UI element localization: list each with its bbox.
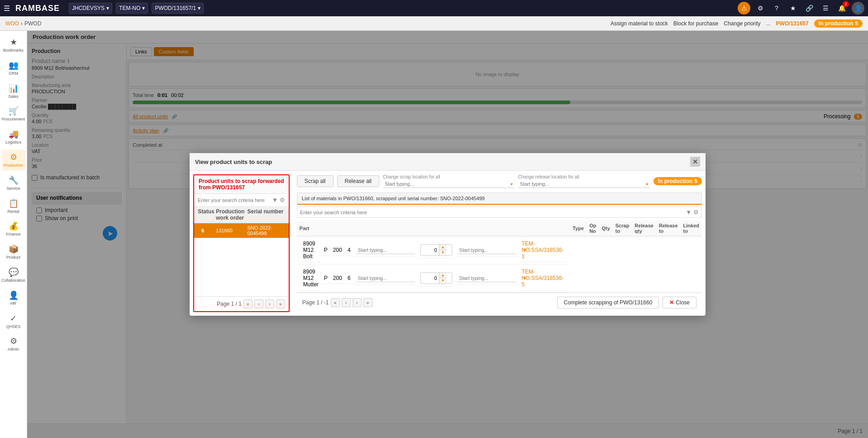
filter-icon-right[interactable]: ▼ <box>686 209 692 216</box>
td-type-1: P <box>321 273 330 284</box>
release-qty-field-1[interactable]: ▲ ▼ <box>420 272 452 284</box>
in-production-badge: In production 5 <box>653 177 702 185</box>
sidebar-item-crm[interactable]: 👥 CRM <box>2 58 25 79</box>
filter-icon-left[interactable]: ▼ <box>272 197 278 203</box>
left-page-next[interactable]: › <box>265 299 274 308</box>
modal-left-search-input[interactable] <box>198 197 270 203</box>
td-release-to-0[interactable]: ▾ <box>455 244 519 257</box>
status-pill: In production 5 <box>814 19 863 28</box>
td-scrap-to-0[interactable]: ▾ <box>353 244 418 257</box>
right-page-last[interactable]: » <box>363 298 372 307</box>
tem-dropdown[interactable]: TEM-NO ▾ <box>116 3 148 14</box>
left-page-last[interactable]: » <box>276 299 285 308</box>
td-pwo-0: 131660 <box>216 228 247 233</box>
td-qty-1: 6 <box>345 273 353 284</box>
scrap-to-input-0[interactable] <box>356 246 422 254</box>
bell-icon-btn[interactable]: 🔔 2 <box>835 2 848 14</box>
close-button[interactable]: ✕ Close <box>663 297 696 308</box>
company-dropdown[interactable]: JHCDEVSYS ▾ <box>69 3 112 14</box>
pwod-dropdown[interactable]: PWOD/131657/1 ▾ <box>152 3 204 14</box>
sidebar-item-procurement[interactable]: 🛒 Procurement <box>2 103 25 125</box>
link-icon-btn[interactable]: 🔗 <box>803 2 816 14</box>
sidebar-label-bookmarks: Bookmarks <box>3 48 24 53</box>
td-qty-0: 4 <box>345 245 353 256</box>
breadcrumb-woo[interactable]: WOO <box>5 20 19 27</box>
release-all-button[interactable]: Release all <box>337 175 379 187</box>
modal-left-footer: Page 1 / 1 « ‹ › » <box>194 296 289 311</box>
modal-close-button[interactable]: ✕ <box>690 157 700 167</box>
td-scrap-to-1[interactable]: ▾ <box>353 272 418 285</box>
td-release-to-1[interactable]: ▾ <box>455 272 519 285</box>
complete-scrapping-button[interactable]: Complete scrapping of PWO/131660 <box>557 297 659 308</box>
left-table-row[interactable]: 6 131660 SNO-2022-0045499 <box>194 223 289 238</box>
settings-icon-left[interactable]: ⚙ <box>280 197 285 203</box>
release-to-input-0[interactable] <box>458 246 524 254</box>
sidebar-item-qhses[interactable]: ✓ QHSES <box>2 311 25 332</box>
more-actions[interactable]: ... <box>766 20 771 27</box>
sidebar-item-rental[interactable]: 📋 Rental <box>2 196 25 217</box>
left-page-prev[interactable]: ‹ <box>254 299 263 308</box>
release-qty-spinners-0: ▲ ▼ <box>439 245 447 255</box>
scrap-all-button[interactable]: Scrap all <box>297 175 334 187</box>
settings-icon-btn[interactable]: ⚙ <box>754 2 767 14</box>
release-qty-down-1[interactable]: ▼ <box>439 278 447 284</box>
change-scrap-arrow[interactable]: ▾ <box>510 182 513 187</box>
modal-body: Product units to scrap forwarded from PW… <box>190 171 706 316</box>
change-priority-action[interactable]: Change priority <box>724 20 760 27</box>
right-page-next[interactable]: › <box>353 298 362 307</box>
product-icon: 📦 <box>9 244 19 254</box>
menu-icon-btn[interactable]: ☰ <box>819 2 832 14</box>
release-to-dropdown-0[interactable]: ▾ <box>458 246 516 254</box>
release-qty-field-0[interactable]: ▲ ▼ <box>420 244 452 256</box>
scrap-to-input-1[interactable] <box>356 274 422 282</box>
procurement-icon: 🛒 <box>9 106 19 116</box>
right-page-prev[interactable]: ‹ <box>342 298 351 307</box>
scrap-to-dropdown-1[interactable]: ▾ <box>356 274 415 282</box>
change-release-dropdown[interactable]: ▾ <box>518 180 650 188</box>
hamburger-icon[interactable]: ☰ <box>4 4 10 13</box>
change-scrap-input[interactable] <box>385 181 509 187</box>
star-icon-btn[interactable]: ★ <box>787 2 799 14</box>
release-qty-input-0[interactable] <box>421 246 439 254</box>
modal-left-table: Status Production work order Serial numb… <box>194 207 289 296</box>
sidebar-item-product[interactable]: 📦 Product <box>2 241 25 263</box>
sidebar-item-production[interactable]: ⚙ Production <box>2 149 25 171</box>
release-to-input-1[interactable] <box>458 274 524 282</box>
change-scrap-label: Change scrap location for all <box>383 174 515 179</box>
sidebar-item-logistics[interactable]: 🚚 Logistics <box>2 126 25 148</box>
release-qty-up-0[interactable]: ▲ <box>439 245 447 250</box>
release-to-dropdown-1[interactable]: ▾ <box>458 274 516 282</box>
settings-icon-right[interactable]: ⚙ <box>693 209 699 216</box>
materials-row-0[interactable]: 8909 M12 Bolt P 200 4 ▾ <box>297 236 570 265</box>
sidebar-item-sales[interactable]: 📊 Sales <box>2 81 25 102</box>
td-release-qty-1[interactable]: ▲ ▼ <box>418 270 455 287</box>
release-qty-down-0[interactable]: ▼ <box>439 250 447 255</box>
assign-material-action[interactable]: Assign material to stock <box>610 20 668 27</box>
materials-search-input[interactable] <box>300 210 684 215</box>
change-scrap-dropdown[interactable]: ▾ <box>383 180 515 188</box>
sidebar-item-collaboration[interactable]: 💬 Collaboration <box>2 265 25 286</box>
change-release-arrow[interactable]: ▾ <box>646 182 648 187</box>
th-status: Status <box>198 208 216 221</box>
scrap-to-dropdown-0[interactable]: ▾ <box>356 246 415 254</box>
materials-list-header: List of materials in PWO/131660, scrappe… <box>297 193 702 205</box>
td-release-qty-0[interactable]: ▲ ▼ <box>418 242 455 259</box>
change-release-input[interactable] <box>520 181 644 187</box>
block-purchase-action[interactable]: Block for purchase <box>673 20 718 27</box>
sidebar-item-admin[interactable]: ⚙ Admin <box>2 333 25 355</box>
sidebar-item-finance[interactable]: 💰 Finance <box>2 218 25 240</box>
materials-row-1[interactable]: 8909 M12 Mutter P 200 6 ▾ <box>297 265 570 293</box>
release-qty-up-1[interactable]: ▲ <box>439 273 447 278</box>
collaboration-icon: 💬 <box>9 267 19 277</box>
sidebar-item-service[interactable]: 🔧 Service <box>2 173 25 194</box>
left-page-first[interactable]: « <box>243 299 253 308</box>
modal-title: View product units to scrap <box>195 159 272 165</box>
user-icon-btn[interactable]: 👤 <box>852 2 864 14</box>
sidebar-item-bookmarks[interactable]: ★ Bookmarks <box>2 34 25 56</box>
release-qty-input-1[interactable] <box>421 274 439 282</box>
sidebar-item-hr[interactable]: 👤 HR <box>2 288 25 309</box>
help-icon-btn[interactable]: ? <box>770 2 783 14</box>
logistics-icon: 🚚 <box>9 129 19 139</box>
right-page-first[interactable]: « <box>331 298 340 307</box>
alert-icon-btn[interactable]: ⚠ <box>738 2 750 14</box>
